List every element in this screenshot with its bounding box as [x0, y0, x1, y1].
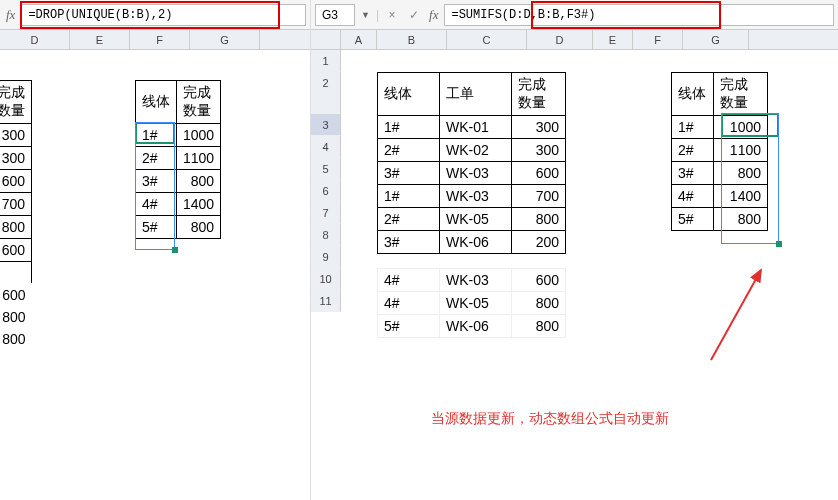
formula-input-right[interactable]: =SUMIFS(D:D,B:B,F3#): [444, 4, 834, 26]
data-cell[interactable]: 800: [512, 315, 566, 338]
fill-handle-right[interactable]: [776, 241, 782, 247]
data-cell[interactable]: 200: [512, 231, 566, 254]
row-header[interactable]: 2: [311, 72, 341, 114]
header-cell[interactable]: 线体: [378, 73, 440, 116]
data-cell[interactable]: 800: [714, 208, 768, 231]
col-header[interactable]: C: [447, 30, 527, 49]
data-cell[interactable]: WK-01: [440, 116, 512, 139]
data-cell[interactable]: 1400: [177, 193, 221, 216]
col-header[interactable]: E: [593, 30, 633, 49]
row-header[interactable]: 6: [311, 180, 341, 202]
data-cell[interactable]: 3#: [136, 170, 177, 193]
data-cell[interactable]: 1100: [177, 147, 221, 170]
data-cell[interactable]: 1100: [714, 139, 768, 162]
data-cell[interactable]: 5#: [136, 216, 177, 239]
header-cell[interactable]: 完成 数量: [0, 81, 32, 124]
data-cell[interactable]: 300: [0, 147, 32, 170]
col-header[interactable]: A: [341, 30, 377, 49]
data-cell[interactable]: WK-03: [440, 162, 512, 185]
row-header[interactable]: 9: [311, 246, 341, 268]
name-box[interactable]: G3: [315, 4, 355, 26]
data-cell[interactable]: 3#: [672, 162, 714, 185]
data-cell[interactable]: 800: [0, 306, 32, 328]
data-cell[interactable]: 300: [0, 124, 32, 147]
data-cell[interactable]: 4#: [672, 185, 714, 208]
data-cell[interactable]: 300: [512, 139, 566, 162]
left-pane: fx =DROP(UNIQUE(B:B),2) D E F G 完成 数量 30…: [0, 0, 310, 500]
header-cell[interactable]: 线体: [672, 73, 714, 116]
data-cell[interactable]: 800: [512, 208, 566, 231]
data-cell[interactable]: 800: [0, 216, 32, 239]
row-header[interactable]: 4: [311, 136, 341, 158]
data-cell[interactable]: 1#: [378, 116, 440, 139]
data-cell[interactable]: WK-02: [440, 139, 512, 162]
data-cell[interactable]: 800: [512, 292, 566, 315]
data-cell[interactable]: 1#: [378, 185, 440, 208]
data-cell[interactable]: 700: [0, 193, 32, 216]
data-cell[interactable]: 1000: [177, 124, 221, 147]
col-header[interactable]: E: [70, 30, 130, 49]
data-cell[interactable]: 4#: [136, 193, 177, 216]
data-cell[interactable]: 2#: [672, 139, 714, 162]
formula-input-left[interactable]: =DROP(UNIQUE(B:B),2): [21, 4, 306, 26]
row-header[interactable]: 3: [311, 114, 341, 136]
data-cell[interactable]: WK-05: [440, 292, 512, 315]
col-header[interactable]: G: [683, 30, 749, 49]
data-cell[interactable]: 800: [177, 216, 221, 239]
data-cell[interactable]: WK-05: [440, 208, 512, 231]
col-header[interactable]: B: [377, 30, 447, 49]
data-cell[interactable]: [0, 262, 32, 284]
row-header[interactable]: 10: [311, 268, 341, 290]
select-all[interactable]: [311, 30, 341, 49]
data-cell[interactable]: WK-06: [440, 231, 512, 254]
data-cell[interactable]: 600: [0, 239, 32, 262]
enter-icon[interactable]: ✓: [405, 6, 423, 24]
data-cell[interactable]: 800: [714, 162, 768, 185]
fill-handle-left[interactable]: [172, 247, 178, 253]
header-cell[interactable]: 完成 数量: [512, 73, 566, 116]
data-cell[interactable]: 3#: [378, 162, 440, 185]
data-cell[interactable]: 300: [512, 116, 566, 139]
data-cell[interactable]: 700: [512, 185, 566, 208]
data-cell[interactable]: 600: [512, 269, 566, 292]
header-cell[interactable]: 完成 数量: [714, 73, 768, 116]
data-cell[interactable]: 600: [512, 162, 566, 185]
header-cell[interactable]: 线体: [136, 81, 177, 124]
namebox-dropdown-icon[interactable]: ▼: [359, 10, 372, 20]
cells-left[interactable]: 完成 数量 300 300 600 700 800 600 600 800 80…: [0, 50, 310, 480]
row-header[interactable]: 1: [311, 50, 341, 72]
data-cell[interactable]: 600: [0, 284, 32, 307]
data-cell[interactable]: 800: [177, 170, 221, 193]
fx-label[interactable]: fx: [427, 7, 440, 23]
data-cell[interactable]: 3#: [378, 231, 440, 254]
data-cell[interactable]: 5#: [672, 208, 714, 231]
header-cell[interactable]: 工单: [440, 73, 512, 116]
data-cell[interactable]: 800: [0, 328, 32, 350]
data-cell[interactable]: 2#: [378, 139, 440, 162]
cells-right[interactable]: 线体 工单 完成 数量 1#WK-01300 2#WK-02300 3#WK-0…: [341, 50, 838, 480]
data-cell[interactable]: 1000: [714, 116, 768, 139]
row-header[interactable]: 8: [311, 224, 341, 246]
row-header[interactable]: 7: [311, 202, 341, 224]
data-cell[interactable]: 4#: [378, 269, 440, 292]
row-header[interactable]: 11: [311, 290, 341, 312]
col-header[interactable]: F: [130, 30, 190, 49]
data-cell[interactable]: 1400: [714, 185, 768, 208]
data-cell[interactable]: WK-06: [440, 315, 512, 338]
row-header[interactable]: 5: [311, 158, 341, 180]
data-cell[interactable]: 1#: [672, 116, 714, 139]
data-cell[interactable]: 2#: [378, 208, 440, 231]
col-header[interactable]: D: [527, 30, 593, 49]
data-cell[interactable]: 600: [0, 170, 32, 193]
data-cell[interactable]: WK-03: [440, 269, 512, 292]
data-cell[interactable]: 1#: [136, 124, 177, 147]
data-cell[interactable]: 4#: [378, 292, 440, 315]
data-cell[interactable]: 5#: [378, 315, 440, 338]
cancel-icon[interactable]: ×: [383, 6, 401, 24]
col-header[interactable]: F: [633, 30, 683, 49]
col-header[interactable]: D: [0, 30, 70, 49]
col-header[interactable]: G: [190, 30, 260, 49]
data-cell[interactable]: WK-03: [440, 185, 512, 208]
header-cell[interactable]: 完成 数量: [177, 81, 221, 124]
data-cell[interactable]: 2#: [136, 147, 177, 170]
